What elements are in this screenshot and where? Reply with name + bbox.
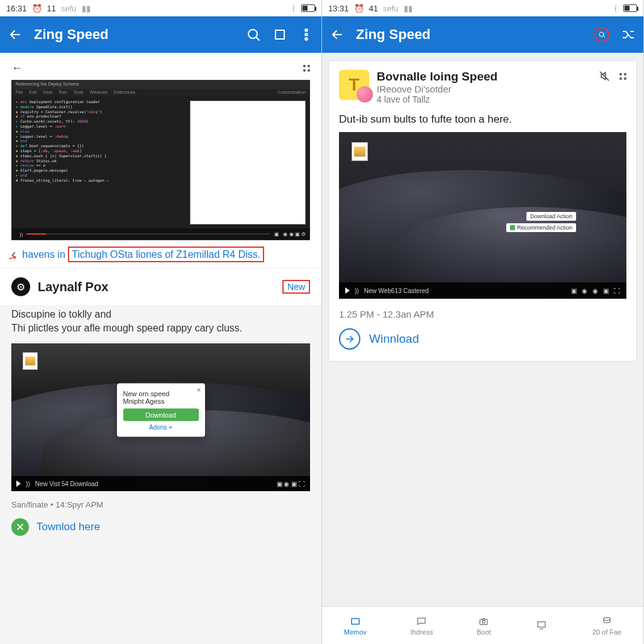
play-icon[interactable] <box>16 480 21 487</box>
svg-point-10 <box>604 618 611 621</box>
video-thumbnail[interactable]: × New orn speed Mnipht Agess Download Ad… <box>11 343 310 491</box>
caption-link[interactable]: havens in Tichugh OSta liones of Z1emill… <box>22 249 264 260</box>
back-chevron-icon[interactable]: ← <box>11 62 23 75</box>
search-icon-highlighted[interactable] <box>594 27 609 42</box>
back-icon[interactable] <box>8 27 23 42</box>
svg-rect-6 <box>352 618 359 624</box>
app-bar: Zing Speed <box>0 16 321 53</box>
svg-point-8 <box>482 620 486 623</box>
search-icon[interactable] <box>246 27 261 42</box>
download-button[interactable]: Download <box>123 408 199 421</box>
alarm-icon: ⏰ <box>32 4 42 13</box>
video-controls[interactable]: )) New Web613 Castered ▣◉◉▣⛶ <box>339 282 626 299</box>
file-icon <box>23 352 38 370</box>
post-title: Bovnalle loing Speed <box>377 70 591 84</box>
timestamp-icon: ▣ <box>274 231 279 237</box>
app-bar: Zing Speed <box>322 16 643 53</box>
post-card: T Bovnalle loing Speed IReoove Di'sotder… <box>328 60 637 362</box>
status-carrier: sefu <box>61 4 77 13</box>
svg-point-3 <box>305 33 308 36</box>
app-avatar[interactable]: T <box>339 70 369 100</box>
chat-icon <box>414 616 428 627</box>
video-controls-2[interactable]: )) New Vist 54 Download ▣ ◉ ▣ ⛶ <box>11 476 310 491</box>
arrow-circle-icon <box>339 328 360 350</box>
content-scroll[interactable]: T Bovnalle loing Speed IReoove Di'sotder… <box>322 53 643 606</box>
addons-link[interactable]: Adons + <box>123 423 199 430</box>
status-time: 13:31 <box>328 4 349 13</box>
monitor-icon <box>535 619 548 631</box>
download-row[interactable]: ✕ Townlod here <box>0 512 321 546</box>
post-video-thumbnail[interactable]: Download Action Recommended Action )) Ne… <box>339 132 626 299</box>
check-circle-icon: ✕ <box>11 518 29 536</box>
battery-icon <box>301 4 315 12</box>
section-title: Laynalf Pox <box>38 280 275 294</box>
drag-handle-icon[interactable] <box>303 65 310 72</box>
gear-icon: ⚙ <box>11 277 30 296</box>
nav-item-boot[interactable]: Boot <box>477 616 491 636</box>
play-icon[interactable] <box>345 287 350 294</box>
post-description: Dut-ib sum bults to fufte toon a here. <box>329 109 636 132</box>
content-scroll[interactable]: ← Referencing the Deploy Scheme FileEdit… <box>0 53 321 644</box>
more-icon[interactable] <box>299 27 314 42</box>
card-icon <box>348 616 362 627</box>
nav-item-memov[interactable]: Memov <box>344 616 367 636</box>
nav-item-display[interactable] <box>535 619 548 632</box>
section-description: Discupine io toklly and Thi plictles you… <box>0 305 321 343</box>
download-action-row[interactable]: Winnload <box>329 322 636 361</box>
status-time: 16:31 <box>6 4 27 13</box>
new-badge: New <box>282 280 310 294</box>
status-badge: 11 <box>47 4 56 13</box>
post-subtitle: IReoove Di'sotder <box>377 84 591 94</box>
svg-rect-1 <box>275 30 284 39</box>
overlay-tag-1: Download Action <box>526 212 576 221</box>
post-meta: 4 lave of Tallz <box>377 94 591 104</box>
code-editor-thumbnail[interactable]: Referencing the Deploy Scheme FileEditVi… <box>11 80 310 240</box>
media-icon: ▮▮ <box>82 4 91 13</box>
camera-icon <box>477 616 491 627</box>
status-carrier: sefu <box>383 4 399 13</box>
app-title: Zing Speed <box>34 26 235 43</box>
meta-text: San/finate • 14:Spyr APM <box>0 497 321 512</box>
signal-off-icon: ⧙ <box>292 4 296 13</box>
drag-handle-icon[interactable] <box>619 73 626 80</box>
section-header: ⚙ Laynalf Pox New <box>0 269 321 305</box>
svg-point-4 <box>305 38 308 40</box>
window-icon[interactable] <box>272 27 287 42</box>
left-panel: 16:31 ⏰ 11 sefu ▮▮ ⧙ Zing Speed ← Refere… <box>0 0 322 644</box>
video-controls[interactable]: )) ▣ ◉ ◉ ▣ ⚙ <box>12 228 309 240</box>
overlay-tag-2: Recommended Action <box>506 223 576 232</box>
file-icon <box>352 142 368 161</box>
back-icon[interactable] <box>330 27 345 42</box>
next-icon[interactable]: › <box>317 404 321 431</box>
svg-point-2 <box>305 29 308 31</box>
status-bar: 13:31 ⏰ 41 sefu ▮▮ ⧙ <box>322 0 643 16</box>
post-timestamp: 1.25 PM - 12.3an APM <box>329 304 636 322</box>
close-icon[interactable]: × <box>197 386 201 393</box>
download-dialog: × New orn speed Mnipht Agess Download Ad… <box>117 383 205 436</box>
status-badge: 41 <box>369 4 378 13</box>
app-title: Zing Speed <box>356 26 583 43</box>
shuffle-icon[interactable] <box>621 27 636 42</box>
nav-item-fae[interactable]: 20 of Fae <box>592 616 621 636</box>
menu-bar: FileEditViewRunToolsWindowsExtensions Cu… <box>12 89 309 97</box>
media-icon: ▮▮ <box>404 4 413 13</box>
alarm-icon: ⏰ <box>354 4 364 13</box>
status-bar: 16:31 ⏰ 11 sefu ▮▮ ⧙ <box>0 0 321 16</box>
right-panel: 13:31 ⏰ 41 sefu ▮▮ ⧙ Zing Speed T Bovnal… <box>322 0 644 644</box>
prev-icon[interactable]: ‹ <box>0 404 4 431</box>
signal-off-icon: ⧙ <box>614 4 618 13</box>
svg-rect-9 <box>538 621 545 626</box>
mute-icon[interactable] <box>598 70 611 82</box>
stack-icon <box>600 616 614 627</box>
nav-item-ihdress[interactable]: Ihdress <box>410 616 433 636</box>
battery-icon <box>623 4 637 12</box>
bottom-nav: Memov Ihdress Boot 20 of Fae <box>322 606 643 644</box>
highlighted-text: Tichugh OSta liones of Z1emillad R4 Diss… <box>68 247 264 262</box>
